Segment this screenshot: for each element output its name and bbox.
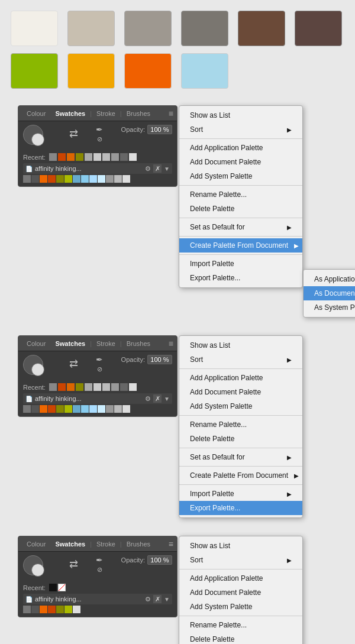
palette-settings-icon-2[interactable]: ⚙ xyxy=(145,395,151,403)
menu-sort-2[interactable]: Sort▶ xyxy=(179,352,302,367)
background-color-2[interactable] xyxy=(31,363,44,376)
menu-add-sys-3[interactable]: Add System Palette xyxy=(179,600,302,614)
swatch-orange[interactable] xyxy=(124,53,172,89)
tab-swatches-3[interactable]: Swatches xyxy=(50,538,90,550)
menu-add-app-1[interactable]: Add Application Palette xyxy=(179,141,302,155)
tab-stroke-2[interactable]: Stroke xyxy=(92,338,120,349)
tab-colour-1[interactable]: Colour xyxy=(22,108,50,119)
ps[interactable] xyxy=(89,175,97,183)
recent-swatch[interactable] xyxy=(111,383,119,391)
ps[interactable] xyxy=(23,405,31,413)
ps[interactable] xyxy=(73,405,80,413)
ps[interactable] xyxy=(64,175,72,183)
submenu-as-sys-1[interactable]: As System Palette xyxy=(304,300,355,315)
menu-import-1[interactable]: Import Palette xyxy=(179,257,302,271)
ps[interactable] xyxy=(106,405,114,413)
submenu-as-app-1[interactable]: As Application Palette xyxy=(304,272,355,286)
palette-name-2[interactable]: affinity hinking... xyxy=(35,395,143,402)
menu-delete-1[interactable]: Delete Palette xyxy=(179,202,302,216)
menu-export-2[interactable]: Export Palette... xyxy=(179,501,302,515)
opacity-value-3[interactable]: 100 % xyxy=(147,555,172,565)
menu-add-doc-1[interactable]: Add Document Palette xyxy=(179,155,302,169)
recent-swatch[interactable] xyxy=(85,383,92,391)
tab-swatches-1[interactable]: Swatches xyxy=(50,108,90,119)
recent-swatch[interactable] xyxy=(76,153,83,161)
ps[interactable] xyxy=(40,175,47,183)
ps[interactable] xyxy=(56,175,64,183)
recent-swatch[interactable] xyxy=(93,383,101,391)
tab-colour-2[interactable]: Colour xyxy=(22,338,50,349)
menu-add-sys-1[interactable]: Add System Palette xyxy=(179,169,302,183)
swatch-light-tan[interactable] xyxy=(67,11,115,46)
tab-brushes-3[interactable]: Brushes xyxy=(122,538,155,550)
menu-add-app-2[interactable]: Add Application Palette xyxy=(179,371,302,385)
menu-rename-1[interactable]: Rename Palette... xyxy=(179,187,302,202)
recent-swatch[interactable] xyxy=(129,383,137,391)
ps[interactable] xyxy=(81,175,89,183)
swap-icon-2[interactable]: ⇄ xyxy=(69,357,78,370)
tab-swatches-2[interactable]: Swatches xyxy=(50,338,90,349)
recent-swatch[interactable] xyxy=(76,383,83,391)
recent-swatch[interactable] xyxy=(129,153,137,161)
menu-create-palette-1[interactable]: Create Palette From Document▶ xyxy=(179,238,302,253)
menu-sort-3[interactable]: Sort▶ xyxy=(179,553,302,567)
swap-icon-1[interactable]: ⇄ xyxy=(69,127,78,140)
recent-swatch[interactable] xyxy=(58,153,66,161)
ps[interactable] xyxy=(98,405,105,413)
swatch-light-blue[interactable] xyxy=(181,53,228,89)
menu-delete-3[interactable]: Delete Palette xyxy=(179,632,302,644)
tab-brushes-2[interactable]: Brushes xyxy=(122,338,155,349)
background-color-3[interactable] xyxy=(31,564,44,577)
menu-export-1[interactable]: Export Palette... xyxy=(179,271,302,285)
opacity-value-1[interactable]: 100 % xyxy=(147,125,172,134)
ps[interactable] xyxy=(73,175,80,183)
ps[interactable] xyxy=(56,405,64,413)
ps[interactable] xyxy=(64,405,72,413)
recent-swatch[interactable] xyxy=(93,153,101,161)
ps[interactable] xyxy=(89,405,97,413)
recent-swatch[interactable] xyxy=(67,153,75,161)
submenu-as-doc-1[interactable]: As Document Palette xyxy=(304,286,355,300)
background-color-1[interactable] xyxy=(31,133,44,146)
recent-swatch[interactable] xyxy=(49,584,57,591)
no-color-swatch[interactable] xyxy=(58,584,66,591)
tab-brushes-1[interactable]: Brushes xyxy=(122,108,155,119)
menu-show-list-2[interactable]: Show as List xyxy=(179,338,302,352)
recent-swatch[interactable] xyxy=(102,153,110,161)
ps[interactable] xyxy=(114,175,122,183)
ps[interactable] xyxy=(48,175,56,183)
recent-swatch[interactable] xyxy=(49,383,57,391)
swatch-orange-yellow[interactable] xyxy=(67,53,115,89)
panel-menu-icon-1[interactable]: ≡ xyxy=(169,109,173,118)
ps[interactable] xyxy=(114,405,122,413)
recent-swatch[interactable] xyxy=(58,383,66,391)
recent-swatch[interactable] xyxy=(49,153,57,161)
recent-swatch[interactable] xyxy=(120,153,128,161)
ps[interactable] xyxy=(48,606,56,613)
menu-add-doc-3[interactable]: Add Document Palette xyxy=(179,585,302,600)
menu-sort-1[interactable]: Sort▶ xyxy=(179,122,302,137)
ps[interactable] xyxy=(23,175,31,183)
tab-stroke-1[interactable]: Stroke xyxy=(92,108,120,119)
ps[interactable] xyxy=(31,175,39,183)
ps[interactable] xyxy=(56,606,64,613)
no-color-icon-3[interactable]: ⊘ xyxy=(97,566,102,574)
ps[interactable] xyxy=(31,405,39,413)
recent-swatch[interactable] xyxy=(111,153,119,161)
palette-name-3[interactable]: affinity hinking... xyxy=(35,596,143,603)
ps[interactable] xyxy=(31,606,39,613)
menu-add-app-3[interactable]: Add Application Palette xyxy=(179,571,302,585)
menu-set-default-2[interactable]: Set as Default for▶ xyxy=(179,450,302,464)
menu-show-list-3[interactable]: Show as List xyxy=(179,539,302,553)
palette-settings-icon-1[interactable]: ⚙ xyxy=(145,165,151,173)
menu-set-default-1[interactable]: Set as Default for▶ xyxy=(179,220,302,234)
recent-swatch[interactable] xyxy=(120,383,128,391)
palette-settings-icon-3[interactable]: ⚙ xyxy=(145,596,151,603)
palette-arrow-1[interactable]: ▼ xyxy=(164,166,170,172)
recent-swatch[interactable] xyxy=(67,383,75,391)
swatch-medium-gray[interactable] xyxy=(124,11,172,46)
no-color-icon-1[interactable]: ⊘ xyxy=(97,135,102,143)
opacity-value-2[interactable]: 100 % xyxy=(147,355,172,364)
ps[interactable] xyxy=(64,606,72,613)
swatch-dark-brown[interactable] xyxy=(295,11,342,46)
